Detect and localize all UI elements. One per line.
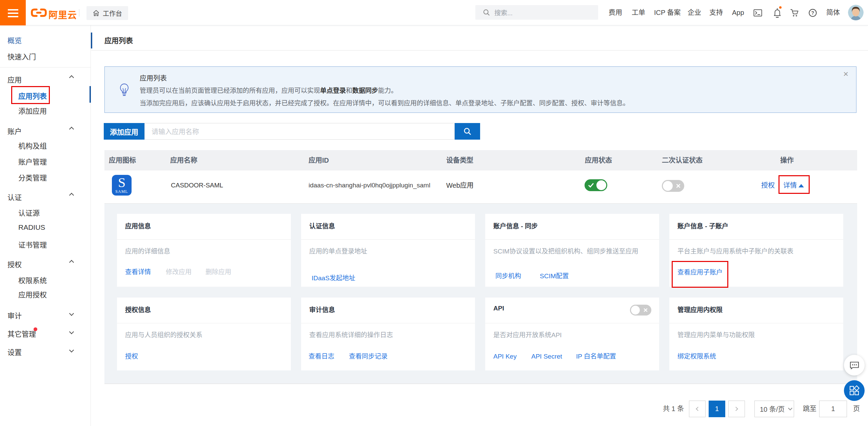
- svg-text:?: ?: [811, 10, 814, 16]
